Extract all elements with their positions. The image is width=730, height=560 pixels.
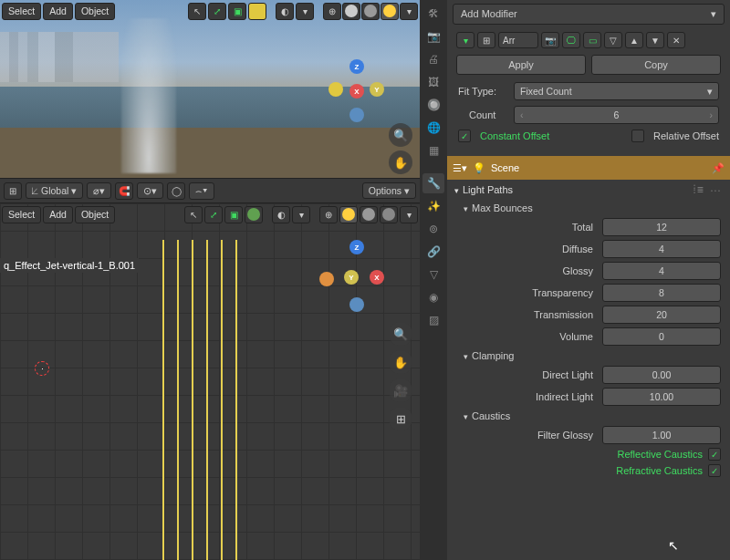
tab-scene-icon[interactable]: 🔘 [422,95,444,115]
move-tool-icon-2[interactable]: ⤢ [204,206,223,223]
shading-dropdown-icon-2[interactable]: ▾ [400,206,418,223]
solid-mode-icon-2[interactable] [339,206,358,223]
dropdown-icon[interactable]: ▾ [296,3,314,20]
falloff-dropdown[interactable]: ⌢▾ [189,182,214,200]
object-menu-2[interactable]: Object [75,206,115,223]
caustics-header[interactable]: Caustics [447,408,730,424]
expand-icon[interactable]: ▾ [456,32,474,48]
gizmo2-x[interactable]: X [370,270,384,285]
snap-dropdown[interactable]: ⌀▾ [87,182,111,199]
camera-icon[interactable]: ▣ [228,3,246,20]
add-modifier-dropdown[interactable]: Add Modifier▾ [453,4,725,25]
transform-orientation-dropdown[interactable]: ⟀ Global▾ [26,182,83,199]
fit-type-dropdown[interactable]: Fixed Count▾ [514,82,719,100]
realtime-toggle-icon[interactable]: 🖵 [562,32,580,48]
tab-texture-icon[interactable]: ▨ [422,310,444,330]
rendered-mode-icon[interactable] [381,3,399,20]
delete-modifier-icon[interactable]: ✕ [667,32,685,48]
rendered-mode-icon-2[interactable] [380,206,398,223]
count-field[interactable]: 6 [514,106,719,124]
solid-mode-icon[interactable] [342,3,360,20]
overlay-icon[interactable]: ◐ [276,3,294,20]
tab-particles-icon[interactable]: ✨ [422,196,444,216]
move-up-icon[interactable]: ▲ [625,32,643,48]
preset-icon[interactable]: ⦙≡ ⋯ [694,183,723,196]
editor-type-icon[interactable]: ☰▾ [453,162,467,174]
filter-glossy-field[interactable]: 1.00 [602,426,721,444]
zoom-icon[interactable]: 🔍 [389,123,412,147]
orientation-icon[interactable]: ⊞ [4,182,22,200]
gizmo2-z[interactable]: Z [349,240,364,254]
lookdev-mode-icon-2[interactable] [360,206,378,223]
transmission-field[interactable]: 20 [602,306,721,324]
render-toggle-icon[interactable]: 📷 [541,32,559,48]
tab-physics-icon[interactable]: ⊚ [422,219,444,239]
proportional-icon[interactable]: ◯ [167,182,185,200]
wireframe-mode-icon[interactable]: ⊕ [323,3,341,20]
add-menu-2[interactable]: Add [43,206,73,223]
reflective-caustics-checkbox[interactable] [708,448,721,461]
tab-constraints-icon[interactable]: 🔗 [422,242,444,262]
tab-render-icon[interactable]: 📷 [422,26,444,47]
tab-output-icon[interactable]: 🖨 [422,49,444,69]
gizmo-z-neg[interactable] [349,108,364,122]
glossy-field[interactable]: 4 [602,262,721,280]
object-menu[interactable]: Object [75,3,115,20]
tab-mesh-icon[interactable]: ▽ [422,264,444,285]
viewport-3d-top[interactable]: Select Add Object ↖ ⤢ ▣ ◐ ▾ ⊕ ▾ [0,0,420,178]
cage-toggle-icon[interactable]: ▽ [604,32,622,48]
direct-light-field[interactable]: 0.00 [602,366,721,384]
tab-viewlayer-icon[interactable]: 🖼 [422,72,444,92]
select-menu[interactable]: Select [2,3,41,20]
snap-toggle-icon[interactable]: 🧲 [115,182,133,200]
pan-icon[interactable]: ✋ [389,150,412,174]
select-menu-2[interactable]: Select [2,206,41,223]
cursor-tool-icon[interactable]: ↖ [188,3,206,20]
refractive-caustics-checkbox[interactable] [708,464,721,477]
move-down-icon[interactable]: ▼ [646,32,664,48]
pin-icon[interactable]: 📌 [712,162,725,174]
shading-dot[interactable] [248,3,266,20]
gizmo2-z-neg[interactable] [349,297,364,312]
dropdown-icon-2[interactable]: ▾ [292,206,310,223]
indirect-light-field[interactable]: 10.00 [602,388,721,406]
light-paths-header[interactable]: Light Paths ⦙≡ ⋯ [447,180,730,200]
lookdev-mode-icon[interactable] [361,3,380,20]
transparency-field[interactable]: 8 [602,284,721,302]
constant-offset-checkbox[interactable] [458,130,471,142]
gizmo-neg[interactable] [328,82,343,97]
camera-view-icon[interactable]: 🎥 [389,379,412,402]
camera-icon-2[interactable]: ▣ [224,206,243,223]
gizmo-y[interactable]: Y [370,82,384,97]
cursor-tool-icon-2[interactable]: ↖ [184,206,203,223]
zoom-icon-2[interactable]: 🔍 [389,322,412,346]
overlay-icon-2[interactable]: ◐ [272,206,290,223]
total-field[interactable]: 12 [602,218,721,236]
shading-dropdown-icon[interactable]: ▾ [400,3,418,20]
editmode-toggle-icon[interactable]: ▭ [583,32,601,48]
viewport-3d-bottom[interactable]: Select Add Object ↖ ⤢ ▣ ◐ ▾ ⊕ ▾ q_Effect… [0,203,420,560]
add-menu[interactable]: Add [43,3,73,20]
tab-modifier-icon[interactable]: 🔧 [422,173,444,193]
wireframe-mode-icon-2[interactable]: ⊕ [319,206,338,223]
nav-gizmo[interactable]: Z X Y [324,64,388,128]
perspective-icon[interactable]: ⊞ [389,407,412,430]
gizmo-z[interactable]: Z [349,59,364,74]
snap-element-dropdown[interactable]: ⊙▾ [137,182,163,199]
gizmo2-y[interactable]: Y [344,270,359,285]
pan-icon-2[interactable]: ✋ [389,350,412,374]
tab-world-icon[interactable]: 🌐 [422,118,444,138]
max-bounces-header[interactable]: Max Bounces [447,200,730,216]
tab-tool-icon[interactable]: 🛠 [422,4,444,24]
move-tool-icon[interactable]: ⤢ [208,3,226,20]
diffuse-field[interactable]: 4 [602,240,721,258]
tab-object-icon[interactable]: ▦ [422,140,444,161]
options-dropdown[interactable]: Options▾ [362,182,416,199]
relative-offset-checkbox[interactable] [631,130,644,142]
gizmo-x[interactable]: X [349,84,364,99]
copy-button[interactable]: Copy [591,55,721,75]
gizmo2-neg[interactable] [319,272,334,286]
clamping-header[interactable]: Clamping [447,347,730,364]
modifier-name-field[interactable]: Arr [498,32,538,48]
tab-material-icon[interactable]: ◉ [422,287,444,307]
